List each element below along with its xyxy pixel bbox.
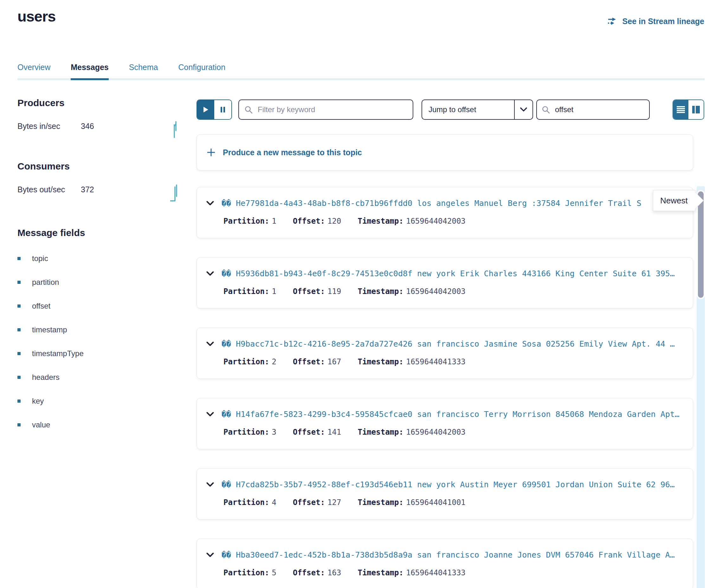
- message-meta-row: Partition:2 Offset:167 Timestamp:1659644…: [206, 357, 686, 366]
- keyword-filter-field[interactable]: [238, 100, 413, 120]
- lineage-link-label: See in Stream lineage: [622, 17, 704, 26]
- timestamp-pair: Timestamp:1659644041001: [357, 498, 465, 507]
- message-list-scrollbar[interactable]: [697, 186, 705, 588]
- bytes-in-metric: Bytes in/sec 346: [17, 122, 180, 140]
- message-field-item[interactable]: offset: [17, 301, 180, 311]
- dropdown-chevron-button[interactable]: [514, 100, 533, 119]
- jump-to-offset-label: Jump to offset: [422, 100, 514, 119]
- offset-label: Offset:: [293, 498, 325, 507]
- timestamp-label: Timestamp:: [357, 287, 404, 296]
- partition-label: Partition:: [224, 287, 269, 296]
- stream-lineage-link[interactable]: See in Stream lineage: [607, 17, 704, 26]
- bytes-in-label: Bytes in/sec: [17, 122, 81, 131]
- partition-pair: Partition:3: [224, 428, 276, 437]
- offset-pair: Offset:167: [293, 357, 342, 366]
- partition-pair: Partition:4: [224, 498, 276, 507]
- topic-tabs: Overview Messages Schema Configuration: [17, 63, 705, 80]
- message-card[interactable]: �� Hba30eed7-1edc-452b-8b1a-738d3b5d8a9a…: [197, 539, 693, 588]
- message-card[interactable]: �� H5936db81-b943-4e0f-8c29-74513e0c0d8f…: [197, 257, 693, 309]
- scrollbar-thumb[interactable]: [698, 191, 704, 298]
- offset-search-field[interactable]: [536, 100, 650, 120]
- expand-chevron-icon[interactable]: [206, 412, 214, 417]
- pause-button[interactable]: [214, 100, 231, 119]
- producer-sparkline: [171, 119, 180, 140]
- message-key-row: �� H9bacc71c-b12c-4216-8e95-2a7da727e426…: [206, 339, 686, 349]
- expand-chevron-icon[interactable]: [206, 271, 214, 276]
- timestamp-value: 1659644041333: [406, 357, 466, 366]
- timestamp-value: 1659644041001: [406, 498, 466, 507]
- offset-search-input[interactable]: [555, 105, 644, 114]
- tab-schema[interactable]: Schema: [129, 63, 158, 80]
- bytes-in-value: 346: [81, 122, 109, 131]
- consumers-section: Consumers Bytes out/sec 372: [17, 161, 180, 203]
- partition-value: 2: [272, 357, 276, 366]
- pause-icon: [220, 106, 226, 113]
- timestamp-label: Timestamp:: [357, 498, 404, 507]
- offset-pair: Offset:119: [293, 287, 342, 296]
- timestamp-pair: Timestamp:1659644042003: [357, 217, 465, 226]
- message-field-item[interactable]: key: [17, 397, 180, 405]
- lineage-arrows-icon: [607, 17, 618, 26]
- expand-chevron-icon[interactable]: [206, 552, 214, 557]
- expand-chevron-icon[interactable]: [206, 482, 214, 487]
- message-field-label: timestamp: [32, 326, 67, 334]
- message-card[interactable]: �� H9bacc71c-b12c-4216-8e95-2a7da727e426…: [197, 328, 693, 379]
- expand-chevron-icon[interactable]: [206, 341, 214, 346]
- expand-chevron-icon[interactable]: [206, 201, 214, 206]
- message-field-item[interactable]: topic: [17, 254, 180, 263]
- timestamp-pair: Timestamp:1659644042003: [357, 287, 465, 296]
- keyword-filter-input[interactable]: [258, 105, 407, 114]
- message-field-item[interactable]: headers: [17, 373, 180, 382]
- field-bullet-icon: [17, 376, 21, 379]
- message-card[interactable]: �� He77981da-4a43-48ab-b8f8-cb71b96ffdd0…: [197, 187, 693, 238]
- message-field-item[interactable]: timestampType: [17, 349, 180, 358]
- field-bullet-icon: [17, 257, 21, 260]
- offset-value: 167: [327, 357, 341, 366]
- offset-label: Offset:: [293, 357, 325, 366]
- sidebar: Producers Bytes in/sec 346 Consumers Byt…: [17, 98, 180, 444]
- message-field-item[interactable]: timestamp: [17, 326, 180, 334]
- list-view-button[interactable]: [673, 100, 688, 119]
- tab-overview[interactable]: Overview: [17, 63, 50, 80]
- offset-value: 141: [327, 428, 341, 437]
- page-title: users: [17, 7, 56, 25]
- message-field-label: partition: [32, 278, 59, 287]
- jump-to-offset-dropdown[interactable]: Jump to offset: [421, 100, 533, 120]
- message-field-item[interactable]: value: [17, 420, 180, 429]
- produce-message-label: Produce a new message to this topic: [223, 148, 362, 157]
- offset-pair: Offset:163: [293, 568, 342, 577]
- partition-label: Partition:: [224, 568, 269, 577]
- offset-value: 163: [327, 568, 341, 577]
- column-view-button[interactable]: [688, 100, 704, 119]
- partition-value: 3: [272, 428, 276, 437]
- message-meta-row: Partition:5 Offset:163 Timestamp:1659644…: [206, 568, 686, 577]
- tab-configuration[interactable]: Configuration: [178, 63, 225, 80]
- timestamp-label: Timestamp:: [357, 428, 404, 437]
- bytes-out-value: 372: [81, 185, 109, 194]
- timestamp-pair: Timestamp:1659644042003: [357, 428, 465, 437]
- offset-pair: Offset:127: [293, 498, 342, 507]
- offset-value: 120: [327, 217, 341, 226]
- message-card[interactable]: �� H14fa67fe-5823-4299-b3c4-595845cfcae0…: [197, 398, 693, 449]
- timestamp-value: 1659644042003: [406, 287, 466, 296]
- partition-label: Partition:: [224, 357, 269, 366]
- offset-label: Offset:: [293, 568, 325, 577]
- offset-value: 127: [327, 498, 341, 507]
- message-key-row: �� H7cda825b-35b7-4952-88ef-c193d546eb11…: [206, 480, 686, 489]
- message-field-label: headers: [32, 373, 60, 382]
- message-card[interactable]: �� H7cda825b-35b7-4952-88ef-c193d546eb11…: [197, 468, 693, 520]
- timestamp-label: Timestamp:: [357, 568, 404, 577]
- search-icon: [244, 105, 253, 114]
- message-key-text: �� Hba30eed7-1edc-452b-8b1a-738d3b5d8a9a…: [222, 550, 686, 560]
- partition-label: Partition:: [224, 217, 269, 226]
- message-fields-section: Message fields topic partition offset: [17, 228, 180, 429]
- message-field-item[interactable]: partition: [17, 278, 180, 287]
- play-button[interactable]: [197, 100, 214, 119]
- message-key-row: �� He77981da-4a43-48ab-b8f8-cb71b96ffdd0…: [206, 198, 686, 208]
- consumer-sparkline: [170, 183, 180, 203]
- tab-messages[interactable]: Messages: [71, 63, 109, 80]
- offset-value: 119: [327, 287, 341, 296]
- produce-message-button[interactable]: Produce a new message to this topic: [197, 134, 693, 170]
- message-meta-row: Partition:1 Offset:120 Timestamp:1659644…: [206, 217, 686, 226]
- plus-icon: [206, 148, 216, 157]
